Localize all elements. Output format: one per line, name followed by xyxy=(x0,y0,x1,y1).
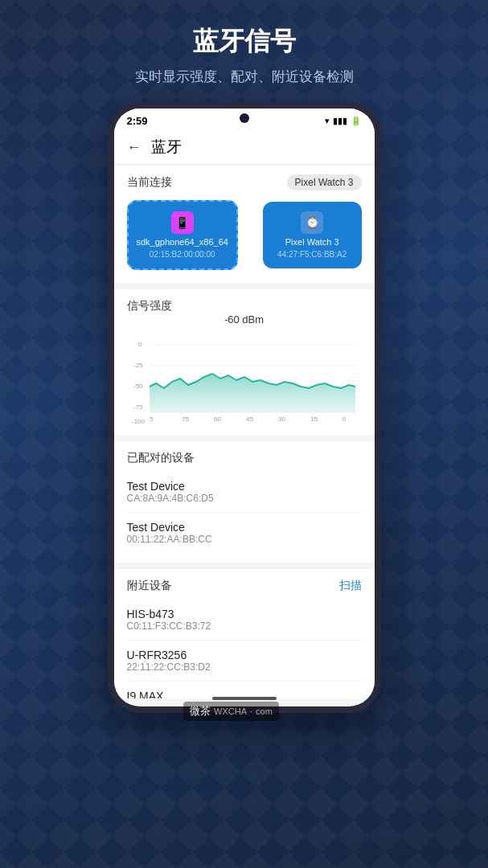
svg-text:0: 0 xyxy=(138,341,142,348)
paired-device-item-0[interactable]: Test Device CA:8A:9A:4B:C6:D5 xyxy=(127,472,362,513)
watermark-sub: WXCHA xyxy=(214,706,247,716)
nearby-title: 附近设备 xyxy=(127,579,172,593)
signal-dbm-label: -60 dBm xyxy=(127,313,362,326)
svg-text:-50: -50 xyxy=(133,383,143,390)
current-connection-section: 当前连接 Pixel Watch 3 📱 sdk_gphone64_x86_64… xyxy=(114,165,375,283)
watermark: 微茶 WXCHA · com xyxy=(183,702,279,721)
svg-text:-75: -75 xyxy=(133,403,143,411)
svg-text:45: 45 xyxy=(246,416,253,423)
nearby-device-name-0: HIS-b473 xyxy=(127,608,362,620)
svg-text:75: 75 xyxy=(182,416,189,423)
nearby-device-item-0[interactable]: HIS-b473 C0:11:F3:CC:B3:72 xyxy=(127,600,362,641)
nearby-header: 附近设备 扫描 xyxy=(127,579,362,593)
svg-text:-100: -100 xyxy=(132,418,146,425)
page-title: 蓝牙信号 xyxy=(32,24,456,59)
page-subtitle: 实时显示强度、配对、附近设备检测 xyxy=(32,68,456,86)
battery-icon: 🔋 xyxy=(351,116,362,126)
left-device-mac: 02:15:B2:00:00:00 xyxy=(150,250,215,259)
screen-content[interactable]: 当前连接 Pixel Watch 3 📱 sdk_gphone64_x86_64… xyxy=(114,165,375,698)
svg-text:15: 15 xyxy=(310,416,318,423)
nav-bar: ← 蓝牙 xyxy=(114,130,375,165)
right-device-icon: ⌚ xyxy=(301,211,323,234)
camera-notch xyxy=(240,113,249,123)
left-device-name: sdk_gphone64_x86_64 xyxy=(137,237,228,247)
right-device-mac: 44:27:F5:C6:BB:A2 xyxy=(277,250,347,259)
status-time: 2:59 xyxy=(127,115,148,127)
status-icons: ▾ ▮▮▮ 🔋 xyxy=(325,116,362,126)
paired-device-mac-0: CA:8A:9A:4B:C6:D5 xyxy=(127,493,362,504)
connection-badge: Pixel Watch 3 xyxy=(287,174,362,190)
left-device-icon: 📱 xyxy=(171,211,194,234)
phone-screen: 2:59 ▾ ▮▮▮ 🔋 ← 蓝牙 当前连接 Pixel Watch 3 xyxy=(114,108,375,706)
right-device-name: Pixel Watch 3 xyxy=(285,237,339,247)
svg-text:60: 60 xyxy=(214,416,221,423)
svg-text:-25: -25 xyxy=(133,362,143,369)
nearby-device-item-2[interactable]: I9 MAX CA:8A:9A:4B:C6:D5 xyxy=(127,682,362,698)
watermark-com: com xyxy=(256,706,273,716)
wifi-icon: ▾ xyxy=(325,116,330,126)
signal-section: 信号强度 -60 dBm 0 -25 -50 -75 -100 xyxy=(114,289,375,435)
nearby-devices-section: 附近设备 扫描 HIS-b473 C0:11:F3:CC:B3:72 U-RFR… xyxy=(114,569,375,698)
right-device-card: ⌚ Pixel Watch 3 44:27:F5:C6:BB:A2 xyxy=(263,202,362,268)
svg-text:5: 5 xyxy=(150,416,154,423)
connection-arrow: ⇄ xyxy=(244,227,256,244)
paired-device-name-0: Test Device xyxy=(127,480,362,493)
signal-chart: 0 -25 -50 -75 -100 xyxy=(127,329,362,425)
watermark-main: 微茶 xyxy=(190,704,211,719)
paired-device-item-1[interactable]: Test Device 00:11:22:AA:BB:CC xyxy=(127,513,362,553)
signal-icon: ▮▮▮ xyxy=(333,116,347,126)
nearby-device-mac-0: C0:11:F3:CC:B3:72 xyxy=(127,620,362,632)
current-connection-title: 当前连接 xyxy=(127,175,172,190)
nearby-device-mac-1: 22:11:22:CC:B3:D2 xyxy=(127,661,362,673)
back-button[interactable]: ← xyxy=(127,139,141,156)
header-section: 蓝牙信号 实时显示强度、配对、附近设备检测 xyxy=(0,0,488,102)
left-device-card: 📱 sdk_gphone64_x86_64 02:15:B2:00:00:00 xyxy=(127,200,238,270)
connection-area: 📱 sdk_gphone64_x86_64 02:15:B2:00:00:00 … xyxy=(127,197,362,273)
paired-device-mac-1: 00:11:22:AA:BB:CC xyxy=(127,534,362,545)
phone-mockup: 2:59 ▾ ▮▮▮ 🔋 ← 蓝牙 当前连接 Pixel Watch 3 xyxy=(108,102,381,713)
scan-button[interactable]: 扫描 xyxy=(339,579,362,593)
nav-title: 蓝牙 xyxy=(151,137,182,158)
signal-section-title: 信号强度 xyxy=(127,299,362,313)
paired-devices-section: 已配对的设备 Test Device CA:8A:9A:4B:C6:D5 Tes… xyxy=(114,441,375,563)
phone-home-bar xyxy=(212,697,277,700)
paired-device-name-1: Test Device xyxy=(127,521,362,534)
nearby-device-item-1[interactable]: U-RFR3256 22:11:22:CC:B3:D2 xyxy=(127,641,362,682)
current-connection-header: 当前连接 Pixel Watch 3 xyxy=(127,174,362,190)
nearby-device-name-1: U-RFR3256 xyxy=(127,649,362,661)
svg-text:30: 30 xyxy=(278,416,285,423)
svg-text:0: 0 xyxy=(342,416,347,423)
watermark-dot: · xyxy=(250,706,252,716)
paired-devices-title: 已配对的设备 xyxy=(127,451,362,465)
